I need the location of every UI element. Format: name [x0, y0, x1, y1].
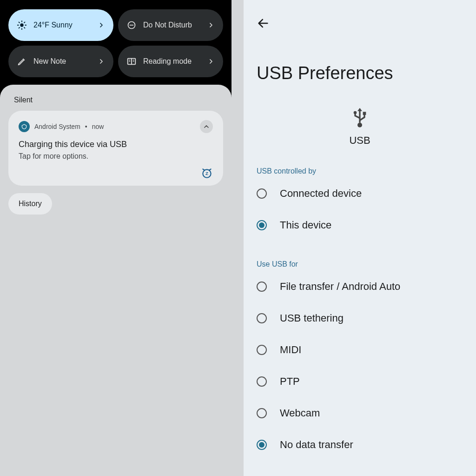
settings-pane-wrap: USB Preferences USB USB controlled by Co…: [231, 0, 476, 476]
notification-header: Android System • now: [19, 120, 213, 133]
radio-indicator: [257, 376, 267, 387]
qs-tile-label: Do Not Disturb: [143, 21, 201, 29]
radio-indicator: [257, 282, 267, 292]
notification-list: Silent Android System • now Charging thi…: [0, 85, 231, 476]
radio-this-device[interactable]: This device: [257, 219, 463, 231]
android-system-icon: [19, 121, 30, 132]
radio-indicator: [257, 188, 267, 199]
svg-point-20: [354, 111, 357, 114]
svg-point-19: [357, 123, 362, 127]
section-header-use-usb-for: Use USB for: [257, 260, 463, 268]
notification-shade: 24°F Sunny Do Not Disturb New Note Readi…: [0, 0, 231, 476]
history-button[interactable]: History: [8, 193, 52, 215]
reading-mode-icon: [126, 56, 137, 67]
snooze-icon[interactable]: Z: [201, 167, 213, 179]
svg-line-7: [19, 27, 20, 28]
radio-file-transfer[interactable]: File transfer / Android Auto: [257, 281, 463, 293]
qs-tile-dnd[interactable]: Do Not Disturb: [118, 9, 223, 41]
radio-webcam[interactable]: Webcam: [257, 407, 463, 419]
chevron-up-icon: [203, 123, 210, 130]
radio-label: Webcam: [280, 407, 320, 419]
dnd-icon: [126, 20, 137, 30]
radio-label: USB tethering: [280, 312, 344, 324]
qs-tile-weather[interactable]: 24°F Sunny: [8, 9, 113, 41]
radio-connected-device[interactable]: Connected device: [257, 188, 463, 200]
radio-indicator: [257, 408, 267, 418]
notification-text: Tap for more options.: [19, 152, 213, 161]
section-header-controlled-by: USB controlled by: [257, 167, 463, 175]
weather-icon: [17, 20, 27, 30]
qs-tile-label: Reading mode: [143, 57, 201, 66]
radio-usb-tethering[interactable]: USB tethering: [257, 312, 463, 324]
usb-hero: USB: [257, 106, 463, 147]
chevron-right-icon: [98, 58, 105, 65]
radio-indicator: [257, 220, 267, 230]
radio-label: This device: [280, 219, 331, 231]
page-title: USB Preferences: [257, 63, 463, 83]
radio-label: No data transfer: [280, 439, 353, 451]
radio-label: PTP: [280, 375, 300, 388]
quick-settings-grid: 24°F Sunny Do Not Disturb New Note Readi…: [0, 0, 231, 85]
chevron-right-icon: [98, 21, 105, 29]
collapse-button[interactable]: [200, 120, 213, 133]
svg-point-0: [20, 23, 23, 27]
radio-no-data-transfer[interactable]: No data transfer: [257, 439, 463, 451]
pencil-icon: [17, 56, 27, 67]
qs-tile-new-note[interactable]: New Note: [8, 46, 113, 77]
radio-indicator: [257, 313, 267, 323]
radio-label: Connected device: [280, 188, 362, 200]
radio-indicator: [257, 440, 267, 450]
radio-midi[interactable]: MIDI: [257, 344, 463, 356]
history-button-label: History: [19, 200, 42, 208]
usb-preferences-screen: USB Preferences USB USB controlled by Co…: [244, 0, 476, 476]
qs-tile-label: New Note: [33, 57, 91, 66]
notification-title: Charging this device via USB: [19, 140, 213, 149]
svg-text:Z: Z: [205, 171, 208, 176]
svg-line-5: [19, 22, 20, 23]
notification-card-usb[interactable]: Android System • now Charging this devic…: [8, 111, 223, 186]
notification-actions: Z: [19, 167, 213, 179]
back-button[interactable]: [257, 17, 270, 30]
notification-time: now: [92, 123, 104, 130]
qs-tile-label: 24°F Sunny: [33, 21, 91, 29]
separator-dot: •: [85, 123, 87, 130]
svg-line-8: [24, 22, 25, 23]
svg-rect-21: [363, 112, 366, 115]
radio-indicator: [257, 345, 267, 355]
arrow-left-icon: [257, 17, 270, 30]
chevron-right-icon: [207, 21, 215, 29]
qs-tile-reading-mode[interactable]: Reading mode: [118, 46, 223, 77]
chevron-right-icon: [207, 58, 215, 65]
notification-app-name: Android System: [34, 123, 80, 130]
radio-ptp[interactable]: PTP: [257, 375, 463, 388]
radio-label: MIDI: [280, 344, 301, 356]
svg-line-6: [24, 27, 25, 28]
usb-hero-label: USB: [349, 134, 370, 147]
radio-label: File transfer / Android Auto: [280, 281, 400, 293]
usb-icon: [350, 106, 369, 129]
section-silent-label: Silent: [14, 96, 223, 104]
